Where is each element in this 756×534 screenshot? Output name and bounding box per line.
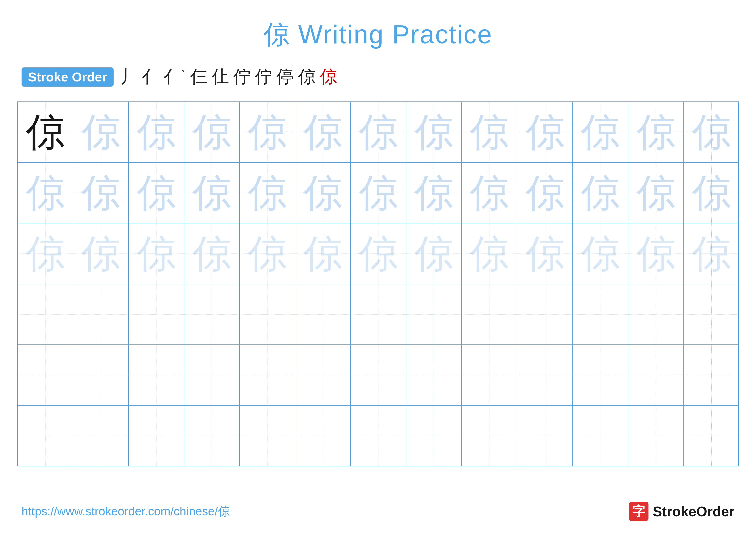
grid-row-5 xyxy=(18,345,738,406)
cell-3-4[interactable]: 倞 xyxy=(184,223,240,284)
practice-grid: 倞 倞 倞 倞 倞 倞 倞 倞 倞 倞 倞 倞 倞 倞 倞 倞 倞 倞 倞 倞 … xyxy=(17,101,739,466)
stroke-7: 佇 xyxy=(255,65,272,89)
cell-6-9[interactable] xyxy=(462,406,517,466)
cell-3-10[interactable]: 倞 xyxy=(517,223,573,284)
cell-5-8[interactable] xyxy=(406,345,462,405)
cell-2-10[interactable]: 倞 xyxy=(517,163,573,223)
cell-1-7[interactable]: 倞 xyxy=(351,102,406,162)
cell-3-5[interactable]: 倞 xyxy=(240,223,295,284)
cell-5-7[interactable] xyxy=(351,345,406,405)
cell-4-12[interactable] xyxy=(628,284,684,344)
cell-5-5[interactable] xyxy=(240,345,295,405)
cell-1-6[interactable]: 倞 xyxy=(295,102,351,162)
stroke-1: 丿 xyxy=(120,65,137,89)
cell-4-2[interactable] xyxy=(73,284,129,344)
cell-6-5[interactable] xyxy=(240,406,295,466)
cell-4-5[interactable] xyxy=(240,284,295,344)
cell-5-3[interactable] xyxy=(129,345,184,405)
cell-3-13[interactable]: 倞 xyxy=(684,223,739,284)
cell-5-1[interactable] xyxy=(18,345,73,405)
cell-6-1[interactable] xyxy=(18,406,73,466)
cell-4-1[interactable] xyxy=(18,284,73,344)
stroke-3: 亻` xyxy=(163,65,186,89)
stroke-4: 仨 xyxy=(190,65,207,89)
cell-6-12[interactable] xyxy=(628,406,684,466)
page-title: 倞 Writing Practice xyxy=(0,17,756,52)
cell-5-2[interactable] xyxy=(73,345,129,405)
cell-2-6[interactable]: 倞 xyxy=(295,163,351,223)
cell-2-9[interactable]: 倞 xyxy=(462,163,517,223)
footer-url[interactable]: https://www.strokeorder.com/chinese/倞 xyxy=(21,503,230,519)
cell-1-5[interactable]: 倞 xyxy=(240,102,295,162)
cell-2-1[interactable]: 倞 xyxy=(18,163,73,223)
cell-2-7[interactable]: 倞 xyxy=(351,163,406,223)
stroke-8: 停 xyxy=(277,65,294,89)
stroke-2: 亻 xyxy=(142,65,159,89)
cell-6-6[interactable] xyxy=(295,406,351,466)
cell-6-7[interactable] xyxy=(351,406,406,466)
cell-4-13[interactable] xyxy=(684,284,739,344)
cell-3-3[interactable]: 倞 xyxy=(129,223,184,284)
cell-3-11[interactable]: 倞 xyxy=(573,223,628,284)
cell-3-6[interactable]: 倞 xyxy=(295,223,351,284)
cell-2-8[interactable]: 倞 xyxy=(406,163,462,223)
cell-6-11[interactable] xyxy=(573,406,628,466)
cell-5-11[interactable] xyxy=(573,345,628,405)
cell-1-11[interactable]: 倞 xyxy=(573,102,628,162)
cell-5-9[interactable] xyxy=(462,345,517,405)
cell-1-9[interactable]: 倞 xyxy=(462,102,517,162)
cell-2-11[interactable]: 倞 xyxy=(573,163,628,223)
stroke-9: 倞 xyxy=(298,65,315,89)
cell-3-1[interactable]: 倞 xyxy=(18,223,73,284)
cell-1-12[interactable]: 倞 xyxy=(628,102,684,162)
cell-6-3[interactable] xyxy=(129,406,184,466)
cell-1-2[interactable]: 倞 xyxy=(73,102,129,162)
cell-6-4[interactable] xyxy=(184,406,240,466)
cell-5-4[interactable] xyxy=(184,345,240,405)
stroke-chars: 丿 亻 亻` 仨 仩 佇 佇 停 倞 倞 xyxy=(120,65,337,89)
cell-6-8[interactable] xyxy=(406,406,462,466)
cell-4-3[interactable] xyxy=(129,284,184,344)
grid-row-3: 倞 倞 倞 倞 倞 倞 倞 倞 倞 倞 倞 倞 倞 xyxy=(18,223,738,284)
cell-2-12[interactable]: 倞 xyxy=(628,163,684,223)
stroke-6: 佇 xyxy=(233,65,251,89)
cell-1-1[interactable]: 倞 xyxy=(18,102,73,162)
cell-5-6[interactable] xyxy=(295,345,351,405)
cell-6-2[interactable] xyxy=(73,406,129,466)
cell-3-12[interactable]: 倞 xyxy=(628,223,684,284)
stroke-order-badge: Stroke Order xyxy=(21,67,114,87)
cell-2-2[interactable]: 倞 xyxy=(73,163,129,223)
cell-1-3[interactable]: 倞 xyxy=(129,102,184,162)
cell-4-8[interactable] xyxy=(406,284,462,344)
cell-2-13[interactable]: 倞 xyxy=(684,163,739,223)
cell-1-10[interactable]: 倞 xyxy=(517,102,573,162)
cell-6-13[interactable] xyxy=(684,406,739,466)
cell-3-2[interactable]: 倞 xyxy=(73,223,129,284)
cell-2-3[interactable]: 倞 xyxy=(129,163,184,223)
cell-4-4[interactable] xyxy=(184,284,240,344)
cell-5-10[interactable] xyxy=(517,345,573,405)
stroke-5: 仩 xyxy=(212,65,229,89)
cell-4-7[interactable] xyxy=(351,284,406,344)
cell-3-8[interactable]: 倞 xyxy=(406,223,462,284)
cell-2-4[interactable]: 倞 xyxy=(184,163,240,223)
cell-5-12[interactable] xyxy=(628,345,684,405)
footer: https://www.strokeorder.com/chinese/倞 字 … xyxy=(21,502,735,521)
cell-1-4[interactable]: 倞 xyxy=(184,102,240,162)
cell-6-10[interactable] xyxy=(517,406,573,466)
cell-5-13[interactable] xyxy=(684,345,739,405)
cell-3-7[interactable]: 倞 xyxy=(351,223,406,284)
grid-row-4 xyxy=(18,284,738,345)
cell-4-11[interactable] xyxy=(573,284,628,344)
cell-4-6[interactable] xyxy=(295,284,351,344)
cell-1-13[interactable]: 倞 xyxy=(684,102,739,162)
cell-2-5[interactable]: 倞 xyxy=(240,163,295,223)
cell-1-8[interactable]: 倞 xyxy=(406,102,462,162)
cell-4-10[interactable] xyxy=(517,284,573,344)
strokeorder-logo-text: StrokeOrder xyxy=(653,503,735,520)
cell-4-9[interactable] xyxy=(462,284,517,344)
stroke-10: 倞 xyxy=(320,65,337,89)
grid-row-1: 倞 倞 倞 倞 倞 倞 倞 倞 倞 倞 倞 倞 倞 xyxy=(18,102,738,163)
cell-3-9[interactable]: 倞 xyxy=(462,223,517,284)
grid-row-6 xyxy=(18,406,738,466)
